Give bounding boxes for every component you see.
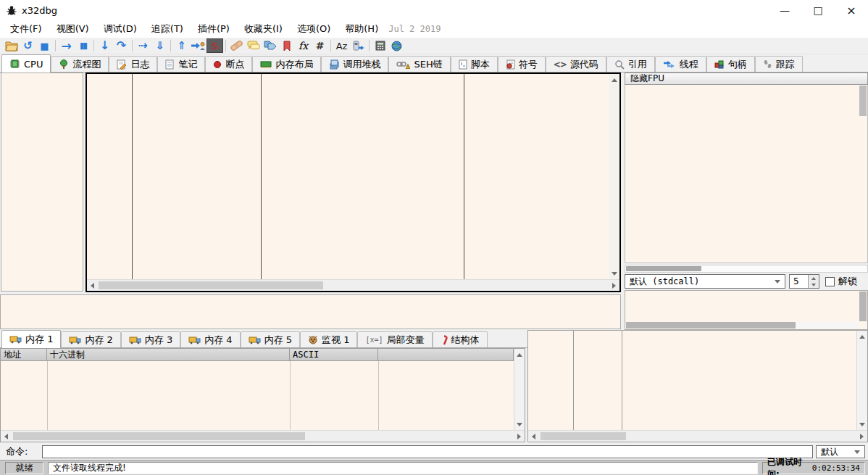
seh-chain-icon[interactable]: S <box>206 38 223 53</box>
execute-till-return-icon[interactable]: ⇢ <box>135 38 151 53</box>
text-case-icon[interactable]: Az <box>333 38 350 53</box>
command-profile-select[interactable]: 默认 <box>816 445 865 458</box>
scroll-up-icon[interactable] <box>857 333 867 340</box>
arg-count-spinner[interactable]: 5 <box>789 274 819 289</box>
menu-file[interactable]: 文件(F) <box>3 20 49 38</box>
menu-help[interactable]: 帮助(H) <box>338 20 385 38</box>
scroll-down-icon[interactable] <box>857 421 867 428</box>
tab-threads[interactable]: 线程 <box>655 56 706 72</box>
tab-seh-chain[interactable]: SEH链 <box>388 56 450 72</box>
calling-convention-select[interactable]: 默认 (stdcall) <box>625 274 785 289</box>
restart-icon[interactable]: ↺ <box>20 38 36 53</box>
registers-horizontal-scrollbar[interactable] <box>625 265 868 273</box>
tab-dump-5[interactable]: 内存 5 <box>241 331 300 347</box>
tab-handles[interactable]: 句柄 <box>706 56 755 72</box>
scroll-right-icon[interactable] <box>856 431 867 442</box>
tab-symbols[interactable]: 符号 <box>498 56 546 72</box>
scroll-thumb[interactable] <box>859 292 867 321</box>
maximize-button[interactable]: □ <box>801 0 835 20</box>
pause-icon[interactable]: ▮▮ <box>75 38 91 53</box>
tab-references[interactable]: 引用 <box>606 56 655 72</box>
scroll-thumb[interactable] <box>541 432 626 440</box>
tab-trace[interactable]: 跟踪 <box>755 56 803 72</box>
tab-script[interactable]: 脚本 <box>451 56 498 72</box>
status-message: 文件读取线程完成! <box>48 462 758 474</box>
tab-dump-3[interactable]: 内存 3 <box>121 331 180 347</box>
stack-vertical-scrollbar[interactable] <box>856 331 867 430</box>
close-button[interactable]: × <box>835 0 868 20</box>
run-icon[interactable]: → <box>58 38 75 53</box>
bookmarks-icon[interactable] <box>278 38 295 53</box>
spin-up-icon[interactable] <box>809 275 819 281</box>
tab-memory-map[interactable]: 内存布局 <box>252 56 321 72</box>
menu-options[interactable]: 选项(O) <box>290 20 338 38</box>
arguments-horizontal-scrollbar[interactable] <box>626 322 858 329</box>
tab-notes[interactable]: 笔记 <box>157 56 205 72</box>
step-into-icon[interactable]: ↓ <box>96 38 113 53</box>
info-panel[interactable] <box>0 294 621 329</box>
command-input[interactable] <box>42 445 813 458</box>
scroll-left-icon[interactable] <box>1 431 12 442</box>
tab-breakpoints[interactable]: 断点 <box>205 56 252 72</box>
calculator-icon[interactable] <box>372 38 388 53</box>
disassembly-panel[interactable] <box>85 73 621 292</box>
labels-icon[interactable] <box>262 38 278 53</box>
menu-debug[interactable]: 调试(D) <box>96 20 144 38</box>
scroll-down-icon[interactable] <box>514 421 525 428</box>
step-over-icon[interactable]: ↷ <box>113 38 130 53</box>
functions-icon[interactable]: fx <box>295 38 312 53</box>
dump-horizontal-scrollbar[interactable] <box>1 430 525 442</box>
disasm-horizontal-scrollbar[interactable] <box>87 279 619 291</box>
stop-icon[interactable]: ■ <box>36 38 53 53</box>
tab-dump-2[interactable]: 内存 2 <box>61 331 120 347</box>
tab-locals[interactable]: [x=]局部变量 <box>357 331 432 347</box>
scroll-thumb[interactable] <box>99 281 323 289</box>
dump-panel[interactable]: 地址 十六进制 ASCII <box>0 348 525 442</box>
tab-watch-1[interactable]: 监视 1 <box>300 331 357 347</box>
stack-horizontal-scrollbar[interactable] <box>528 430 867 442</box>
tab-source[interactable]: <>源代码 <box>546 56 606 72</box>
tab-graph[interactable]: 流程图 <box>51 56 109 72</box>
scroll-thumb[interactable] <box>13 432 305 440</box>
scroll-up-icon[interactable] <box>609 76 619 83</box>
disasm-sidebar-panel[interactable] <box>1 73 83 292</box>
website-globe-icon[interactable] <box>388 38 405 53</box>
comments-icon[interactable] <box>245 38 262 53</box>
string-references-icon[interactable]: # <box>312 38 328 53</box>
menu-plugins[interactable]: 插件(P) <box>191 20 237 38</box>
spin-down-icon[interactable] <box>809 281 819 288</box>
arguments-panel[interactable] <box>625 290 868 330</box>
disasm-vertical-scrollbar[interactable] <box>609 74 619 279</box>
stack-panel[interactable] <box>527 330 868 442</box>
tab-cpu[interactable]: CPU <box>1 54 51 73</box>
attach-icon[interactable] <box>350 38 367 53</box>
tab-log[interactable]: 日志 <box>109 56 157 72</box>
dump-vertical-scrollbar[interactable] <box>514 349 525 430</box>
unlock-checkbox[interactable] <box>825 277 835 286</box>
scroll-left-icon[interactable] <box>87 280 98 291</box>
run-to-user-code-icon[interactable]: ⇓ <box>151 38 168 53</box>
scroll-right-icon[interactable] <box>514 431 525 442</box>
scroll-right-icon[interactable] <box>609 280 619 291</box>
scroll-down-icon[interactable] <box>609 270 619 277</box>
hide-fpu-button[interactable]: 隐藏FPU <box>625 73 868 85</box>
scroll-thumb[interactable] <box>859 86 867 116</box>
tab-struct[interactable]: 结构体 <box>433 331 488 347</box>
registers-panel[interactable] <box>625 85 868 263</box>
menu-view[interactable]: 视图(V) <box>49 20 96 38</box>
scroll-thumb[interactable] <box>626 266 701 271</box>
tab-dump-1[interactable]: 内存 1 <box>1 330 61 348</box>
patches-icon[interactable] <box>228 38 245 53</box>
scroll-up-icon[interactable] <box>514 351 525 358</box>
step-out-icon[interactable]: ⇑ <box>173 38 190 53</box>
titlebar[interactable]: x32dbg — □ × <box>0 0 868 20</box>
tab-dump-4[interactable]: 内存 4 <box>180 331 240 347</box>
minimize-button[interactable]: — <box>768 0 801 20</box>
tab-call-stack[interactable]: 调用堆栈 <box>321 56 388 72</box>
menu-trace[interactable]: 追踪(T) <box>144 20 191 38</box>
open-file-icon[interactable] <box>3 38 20 53</box>
scroll-thumb[interactable] <box>626 322 796 329</box>
scroll-left-icon[interactable] <box>528 431 539 442</box>
run-until-user-icon[interactable] <box>190 38 206 53</box>
menu-favourites[interactable]: 收藏夹(I) <box>237 20 290 38</box>
